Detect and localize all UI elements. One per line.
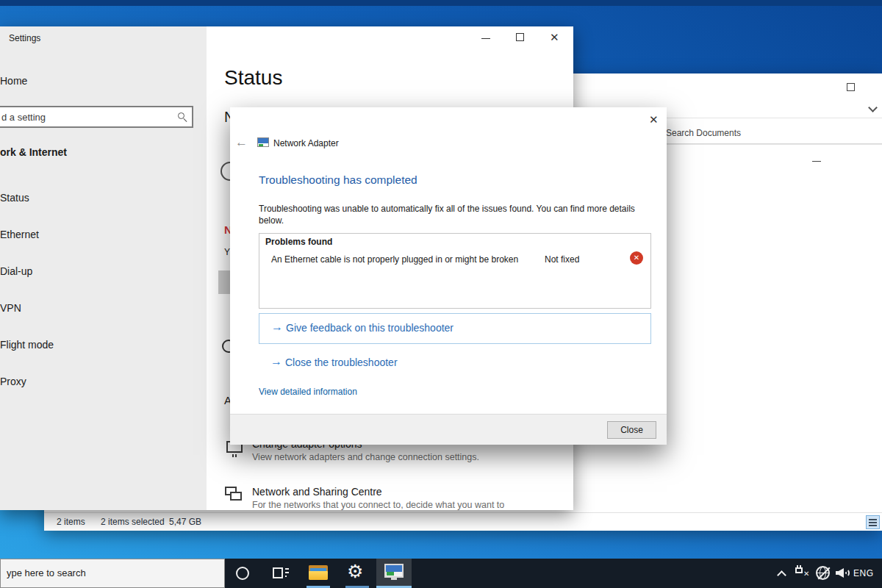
- sidebar-item-proxy[interactable]: Proxy: [0, 376, 26, 387]
- sidebar-item-flight-mode[interactable]: Flight mode: [0, 339, 54, 351]
- alert-body-fragment: Y: [224, 247, 230, 257]
- volume-icon[interactable]: [836, 568, 844, 578]
- desktop-top-strip: [0, 0, 882, 6]
- file-explorer-icon[interactable]: [309, 565, 328, 580]
- dialog-footer: Close: [230, 414, 667, 445]
- close-troubleshooter-label: Close the troubleshooter: [285, 356, 398, 368]
- troubleshooter-dialog: ✕ ← Network Adapter Troubleshooting has …: [230, 107, 667, 445]
- status-selected-count: 2 items selected: [101, 517, 165, 527]
- globe-no-internet-icon[interactable]: [816, 566, 830, 580]
- close-troubleshooter-command[interactable]: → Close the troubleshooter: [259, 353, 651, 372]
- find-a-setting-input[interactable]: [0, 107, 168, 126]
- forward-arrow-icon: →: [271, 320, 283, 334]
- sidebar-item-vpn[interactable]: VPN: [0, 302, 21, 314]
- forward-arrow-icon: →: [270, 355, 282, 368]
- status-selected-size: 5,47 GB: [169, 517, 201, 527]
- sidebar-item-status[interactable]: Status: [0, 192, 29, 204]
- ethernet-disconnected-icon[interactable]: ✕: [795, 567, 803, 573]
- details-view-icon: [869, 519, 877, 526]
- explorer-search-input[interactable]: [632, 122, 882, 144]
- sidebar-item-home[interactable]: Home: [0, 75, 27, 87]
- find-a-setting-searchbox[interactable]: [0, 106, 193, 128]
- status-items-count: 2 items: [57, 517, 85, 527]
- taskbar: ⚙ ✕ ENG: [0, 559, 882, 588]
- explorer-maximize-button[interactable]: [847, 83, 855, 91]
- dialog-app-title: Network Adapter: [273, 138, 339, 148]
- settings-page-title: Status: [224, 66, 282, 90]
- view-detailed-information-link[interactable]: View detailed information: [259, 387, 357, 397]
- dialog-back-arrow-icon[interactable]: ←: [235, 135, 248, 150]
- settings-window-title: Settings: [9, 33, 40, 43]
- problems-found-panel: Problems found An Ethernet cable is not …: [259, 233, 651, 309]
- settings-maximize-button[interactable]: [516, 33, 524, 41]
- properties-icon: [222, 340, 230, 356]
- sidebar-section-network-internet: ork & Internet: [0, 146, 67, 158]
- problem-row-status: Not fixed: [545, 254, 579, 265]
- settings-minimize-button[interactable]: [481, 38, 490, 39]
- problems-found-header: Problems found: [265, 237, 332, 247]
- settings-close-button[interactable]: ✕: [550, 31, 559, 44]
- network-sharing-centre-subtitle: For the networks that you connect to, de…: [252, 500, 504, 510]
- dialog-description: Troubleshooting was unable to automatica…: [259, 203, 653, 226]
- details-view-toggle-button[interactable]: [866, 515, 880, 529]
- network-adapter-icon: [384, 564, 404, 578]
- change-adapter-options-subtitle: View network adapters and change connect…: [252, 452, 479, 462]
- search-icon: [178, 112, 184, 119]
- globe-icon: [220, 162, 230, 184]
- settings-gear-icon[interactable]: ⚙: [347, 561, 363, 582]
- explorer-status-bar: 2 items 2 items selected 5,47 GB: [44, 512, 882, 531]
- network-adapter-icon: [257, 137, 269, 147]
- network-sharing-centre-link[interactable]: Network and Sharing Centre: [252, 486, 382, 498]
- taskbar-search-input[interactable]: [1, 559, 214, 586]
- dialog-heading: Troubleshooting has completed: [259, 173, 417, 187]
- network-troubleshooter-taskbar-button[interactable]: [376, 559, 412, 588]
- explorer-minimize-button[interactable]: [812, 161, 821, 162]
- settings-sidebar: Settings Home ork & Internet Status Ethe…: [0, 26, 207, 510]
- troubleshoot-button-fragment[interactable]: [218, 270, 230, 294]
- ribbon-expand-chevron-icon[interactable]: [868, 103, 878, 112]
- tray-show-hidden-icons-chevron[interactable]: [777, 570, 786, 580]
- tray-language-indicator[interactable]: ENG: [853, 568, 874, 578]
- dialog-close-button[interactable]: Close: [607, 421, 656, 439]
- cortana-icon[interactable]: [236, 567, 249, 580]
- sidebar-item-ethernet[interactable]: Ethernet: [0, 229, 39, 240]
- sharing-centre-icon: [225, 487, 237, 495]
- give-feedback-label: Give feedback on this troubleshooter: [286, 322, 453, 334]
- desktop: 2 items 2 items selected 5,47 GB Setting…: [0, 0, 882, 588]
- give-feedback-command[interactable]: → Give feedback on this troubleshooter: [259, 313, 651, 344]
- dialog-close-icon[interactable]: ✕: [649, 113, 659, 126]
- taskbar-search-box[interactable]: [0, 559, 225, 588]
- task-view-icon[interactable]: [273, 567, 283, 578]
- sidebar-item-dial-up[interactable]: Dial-up: [0, 265, 32, 277]
- problem-row-text: An Ethernet cable is not properly plugge…: [271, 254, 518, 265]
- not-fixed-error-icon: ✕: [630, 251, 643, 265]
